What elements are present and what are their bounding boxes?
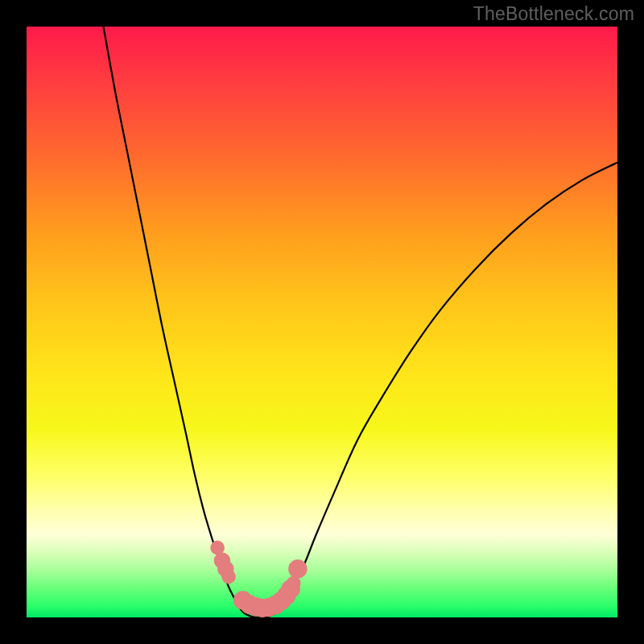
- chart-svg: [27, 27, 617, 617]
- series-left-curve: [103, 27, 245, 614]
- marker-group: [210, 541, 307, 617]
- marker-point: [288, 559, 307, 578]
- series-right-curve: [275, 163, 617, 614]
- series-group: [103, 27, 617, 617]
- plot-area: [27, 27, 617, 617]
- watermark-text: TheBottleneck.com: [473, 3, 634, 25]
- chart-frame: TheBottleneck.com: [0, 0, 644, 644]
- marker-point: [221, 570, 236, 584]
